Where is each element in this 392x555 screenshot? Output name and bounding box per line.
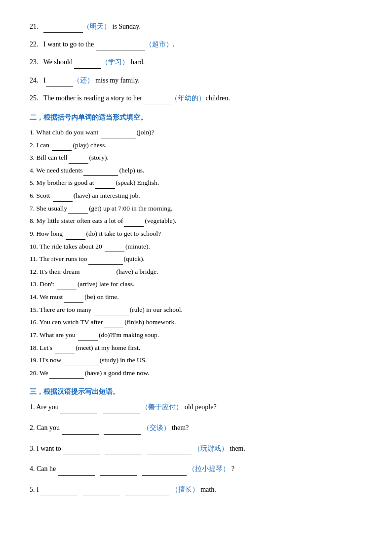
p2-item-13: 13. Don't (arrive) late for class. [30,278,362,290]
p2-item-2: 2. I can (play) chess. [30,139,362,151]
p2-item-4: 4. We need students (help) us. [30,164,362,176]
p3-blank-1b [103,400,140,414]
item-21: 21. （明天） is Sunday. [30,20,362,33]
p2-item-5: 5. My brother is good at (speak) English… [30,176,362,189]
item-23: 23. We should （学习） hard. [30,55,362,68]
p2-item-20: 20. We (have) a good time now. [30,367,362,379]
p3-blank-4a [58,462,95,476]
p2-item-7: 7. She usually (get) up at 7:00 in the m… [30,202,362,214]
blank-21 [43,20,83,33]
p2-item-10: 10. The ride takes about 20 (minute). [30,240,362,253]
item-25-num: 25. [30,94,42,102]
item-25: 25. The mother is reading a story to her… [30,91,362,104]
p2-item-17: 17. What are you (do)?I'm making soup. [30,329,362,341]
item-24-num: 24. [30,77,42,84]
part-one-section: 21. （明天） is Sunday. 22. I want to go to … [30,20,362,104]
blank-22 [96,38,145,50]
p2-item-14: 14. We must (be) on time. [30,291,362,303]
p3-blank-3a [63,442,100,456]
p2-item-1: 1. What club do you want (join)? [30,126,362,138]
item-24: 24. I （还） miss my family. [30,74,362,86]
item-22: 22. I want to go to the （超市）. [30,38,362,50]
item-22-num: 22. [30,41,42,48]
item-21-num: 21. [30,23,42,30]
p2-item-12: 12. It's their dream (have) a bridge. [30,265,362,278]
p3-item-1: 1. Are you （善于应付） old people? [30,400,362,414]
part-two-section: 二，根据括号内单词的适当形式填空。 1. What club do you wa… [30,113,362,379]
item-23-num: 23. [30,58,42,66]
p3-blank-5a [40,483,78,497]
part-two-list: 1. What club do you want (join)? 2. I ca… [30,126,362,379]
p2-item-6: 6. Scott (have) an interesting job. [30,189,362,202]
p2-item-18: 18. Let's (meet) at my home first. [30,342,362,354]
p3-blank-5c [125,483,169,497]
p2-item-8: 8. My little sister often eats a lot of … [30,214,362,227]
p2-item-11: 11. The river runs too (quick). [30,253,362,265]
p2-item-16: 16. You can watch TV after (finish) home… [30,316,362,328]
blank-24 [46,74,73,86]
blank-25 [144,91,171,104]
p2-item-9: 9. How long (do) it take to get to schoo… [30,227,362,240]
p3-item-2: 2. Can you （交谈） them? [30,421,362,435]
p3-blank-2a [62,421,99,435]
p2-item-19: 19. H's now (study) in the US. [30,354,362,366]
blank-23 [74,55,101,68]
p3-blank-4c [142,462,187,476]
part-two-title: 二，根据括号内单词的适当形式填空。 [30,113,362,122]
p3-blank-3b [105,442,142,456]
p3-blank-2b [104,421,141,435]
p3-blank-4b [100,462,137,476]
p3-item-4: 4. Can he （拉小提琴） ? [30,462,362,476]
p3-blank-5b [83,483,120,497]
p3-item-3: 3. I want to （玩游戏） them. [30,442,362,456]
p2-item-3: 3. Bill can tell (story). [30,151,362,164]
p2-item-15: 15. There are too many (rule) in our sch… [30,303,362,316]
p3-item-5: 5. I （擅长） math. [30,483,362,497]
part-three-section: 三，根据汉语提示写出短语。 1. Are you （善于应付） old peop… [30,387,362,496]
part-three-title: 三，根据汉语提示写出短语。 [30,387,362,396]
p3-blank-3c [147,442,192,456]
p3-blank-1a [60,400,97,414]
